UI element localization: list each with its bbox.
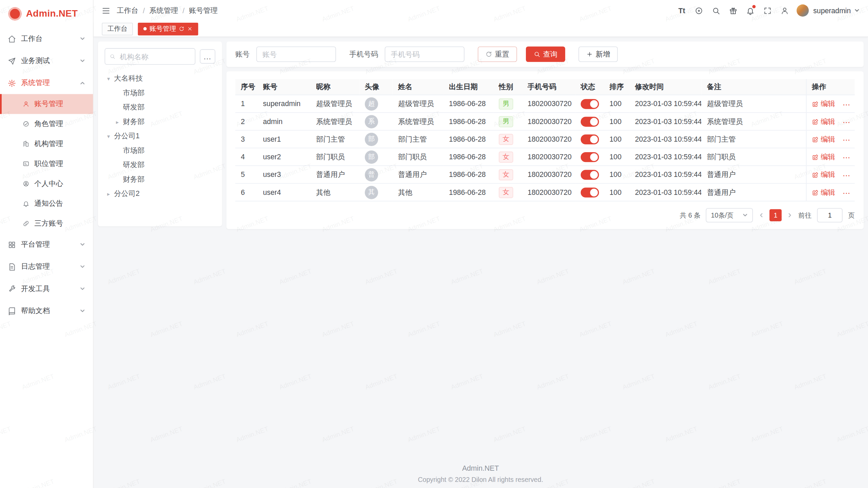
- avatar[interactable]: [796, 4, 809, 17]
- tree-node[interactable]: ▸ 分公司2: [105, 186, 216, 201]
- status-toggle[interactable]: [581, 117, 599, 126]
- more-button[interactable]: ⋯: [843, 153, 851, 162]
- add-button[interactable]: 新增: [578, 46, 618, 62]
- tree-node[interactable]: ▾ 大名科技: [105, 72, 216, 86]
- font-size-icon[interactable]: Tt: [674, 3, 689, 18]
- reset-button[interactable]: 重置: [478, 46, 517, 62]
- sidebar-item-system[interactable]: 系统管理: [0, 72, 93, 94]
- tree-node[interactable]: 市场部: [105, 86, 216, 100]
- org-search-input[interactable]: [119, 52, 191, 61]
- tree-node[interactable]: ▸ 财务部: [105, 115, 216, 129]
- page-size-select[interactable]: 10条/页: [706, 208, 753, 222]
- cell-avatar: 超: [359, 95, 393, 113]
- edit-button[interactable]: 编辑: [812, 152, 835, 162]
- status-toggle[interactable]: [581, 169, 599, 179]
- status-toggle[interactable]: [581, 99, 599, 108]
- submenu-item-label: 职位管理: [34, 159, 63, 169]
- fullscreen-icon[interactable]: [760, 3, 775, 18]
- next-page-button[interactable]: [787, 212, 793, 218]
- link-icon: [22, 220, 30, 227]
- edit-button-label: 编辑: [821, 117, 835, 126]
- refresh-icon[interactable]: [179, 26, 184, 32]
- sidebar-item-label: 日志管理: [21, 262, 50, 271]
- sidebar-item-personal-center[interactable]: 个人中心: [0, 174, 93, 194]
- goto-page-input[interactable]: [817, 208, 843, 222]
- cell-avatar: 部: [359, 148, 393, 166]
- sidebar-item-business-test[interactable]: 业务测试: [0, 50, 93, 72]
- col-header: 头像: [359, 79, 393, 95]
- locale-icon[interactable]: [691, 3, 706, 18]
- cell-index: 3: [235, 130, 257, 148]
- breadcrumb-item[interactable]: 工作台: [117, 5, 138, 15]
- breadcrumb-item[interactable]: 系统管理: [149, 5, 178, 15]
- cell-account: superadmin: [257, 95, 311, 113]
- org-more-button[interactable]: ...: [200, 49, 215, 63]
- account-input[interactable]: [256, 46, 336, 62]
- phone-input[interactable]: [385, 46, 465, 62]
- row-avatar: 部: [365, 133, 378, 146]
- edit-button[interactable]: 编辑: [812, 169, 835, 179]
- notification-bell-icon[interactable]: [743, 3, 758, 18]
- cell-name: 其他: [393, 183, 443, 201]
- search-button[interactable]: 查询: [526, 46, 565, 62]
- sidebar-item-account-mgmt[interactable]: 账号管理: [0, 94, 93, 114]
- sidebar-menu: 工作台 业务测试 系统管理 账号管理: [0, 28, 93, 322]
- tree-node[interactable]: 研发部: [105, 100, 216, 115]
- tree-node[interactable]: 财务部: [105, 172, 216, 186]
- caret-icon: ▸: [105, 190, 113, 197]
- sidebar-item-logs[interactable]: 日志管理: [0, 256, 93, 278]
- more-button[interactable]: ⋯: [843, 135, 851, 144]
- prev-page-button[interactable]: [758, 212, 764, 218]
- edit-button[interactable]: 编辑: [812, 187, 835, 197]
- search-icon[interactable]: [709, 3, 724, 18]
- table-row: 5 user3 普通用户 普 普通用户 1986-06-28 女 1802003…: [235, 166, 855, 183]
- tree-node-label: 分公司2: [114, 189, 139, 199]
- cell-index: 6: [235, 183, 257, 201]
- close-icon[interactable]: [187, 26, 193, 32]
- sidebar-item-dev-tools[interactable]: 开发工具: [0, 278, 93, 300]
- sidebar-item-third-party-account[interactable]: 三方账号: [0, 214, 93, 233]
- chevron-down-icon[interactable]: [854, 8, 860, 13]
- pagination: 共 6 条 10条/页 1 前往 页: [235, 208, 855, 222]
- table-row: 3 user1 部门主管 部 部门主管 1986-06-28 女 1802003…: [235, 130, 855, 148]
- goto-label: 前往: [798, 210, 811, 220]
- tab-account-mgmt[interactable]: 账号管理: [138, 22, 198, 35]
- tree-node[interactable]: 市场部: [105, 143, 216, 158]
- status-toggle[interactable]: [581, 152, 599, 162]
- row-avatar: 部: [365, 150, 378, 163]
- tree-node-label: 大名科技: [114, 74, 143, 83]
- sidebar-item-role-mgmt[interactable]: 角色管理: [0, 114, 93, 134]
- edit-button[interactable]: 编辑: [812, 117, 835, 126]
- page-number-button[interactable]: 1: [769, 209, 782, 221]
- tab-workbench[interactable]: 工作台: [102, 22, 133, 35]
- sidebar-item-workbench[interactable]: 工作台: [0, 28, 93, 50]
- breadcrumb-item[interactable]: 账号管理: [189, 5, 218, 15]
- status-toggle[interactable]: [581, 134, 599, 144]
- more-button[interactable]: ⋯: [843, 100, 851, 109]
- sidebar-item-platform[interactable]: 平台管理: [0, 233, 93, 256]
- theme-icon[interactable]: [726, 3, 741, 18]
- tree-node[interactable]: 研发部: [105, 158, 216, 172]
- footer-app-name: Admin.NET: [93, 464, 868, 472]
- cell-modified: 2023-01-03 10:59:44: [629, 148, 701, 166]
- profile-icon[interactable]: [777, 3, 792, 18]
- cell-phone: 18020030720: [522, 130, 575, 148]
- sidebar-item-notice[interactable]: 通知公告: [0, 194, 93, 214]
- tree-node[interactable]: ▾ 分公司1: [105, 129, 216, 143]
- more-button[interactable]: ⋯: [843, 171, 851, 180]
- gender-badge: 女: [499, 151, 513, 163]
- sidebar-item-help-docs[interactable]: 帮助文档: [0, 300, 93, 322]
- username[interactable]: superadmin: [813, 6, 851, 15]
- more-button[interactable]: ⋯: [843, 188, 851, 197]
- more-button[interactable]: ⋯: [843, 118, 851, 126]
- cell-remark: 超级管理员: [702, 95, 806, 113]
- cell-modified: 2023-01-03 10:59:44: [629, 113, 701, 130]
- sidebar-item-position-mgmt[interactable]: 职位管理: [0, 154, 93, 174]
- hamburger-menu-icon[interactable]: [102, 6, 110, 15]
- edit-button[interactable]: 编辑: [812, 99, 835, 108]
- edit-button[interactable]: 编辑: [812, 134, 835, 144]
- col-header: 备注: [702, 79, 806, 95]
- sidebar-item-org-mgmt[interactable]: 机构管理: [0, 134, 93, 154]
- edit-button-label: 编辑: [821, 134, 835, 144]
- status-toggle[interactable]: [581, 187, 599, 197]
